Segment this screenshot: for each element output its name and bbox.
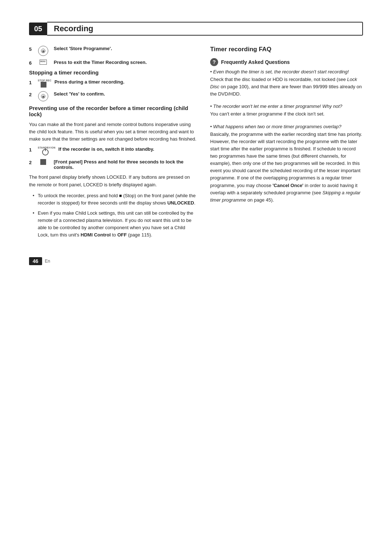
preventing-step-1-text: If the recorder is on, switch it into st… <box>58 146 154 152</box>
step-5-icon-area <box>38 46 51 56</box>
remote-icon-2 <box>38 91 48 101</box>
faq-answer-1: Check that the disc loaded or HDD is rec… <box>210 76 363 98</box>
chapter-header: 05 Recording <box>29 22 363 36</box>
page-footer: 46 En <box>29 257 363 265</box>
preventing-step-2: 2 [Front panel] Press and hold for three… <box>29 159 197 170</box>
menu-icon <box>40 60 47 65</box>
stopping-step-1: 1 STOP REC Press during a timer recordin… <box>29 79 197 88</box>
faq-answer-2: You can't enter a timer programme if the… <box>210 110 363 118</box>
stopping-step-1-icon-area: STOP REC <box>38 79 52 88</box>
faq-subtitle: Frequently Asked Questions <box>221 59 290 65</box>
faq-question-3: • What happens when two or more timer pr… <box>210 124 363 129</box>
faq-item-3: • What happens when two or more timer pr… <box>210 124 363 204</box>
preventing-step-2-icon-area <box>38 159 51 165</box>
standby-icon <box>42 149 49 155</box>
stopping-step-2-text: Select 'Yes' to confirm. <box>54 91 105 97</box>
page-lang: En <box>45 259 50 264</box>
step-6-icon-area <box>38 60 51 65</box>
left-column: 5 Select 'Store Programme'. 6 Press to e… <box>29 46 197 243</box>
faq-question-2: • The recorder won't let me enter a time… <box>210 104 363 109</box>
faq-section-title: Timer recording FAQ <box>210 46 363 53</box>
remote-icon <box>38 46 48 56</box>
frontpanel-icon <box>40 159 46 165</box>
bullet-item: Even if you make Child Lock settings, th… <box>33 210 197 239</box>
content-columns: 5 Select 'Store Programme'. 6 Press to e… <box>29 46 363 243</box>
stopping-step-1-number: 1 <box>29 80 35 85</box>
step-5: 5 Select 'Store Programme'. <box>29 46 197 56</box>
step-5-number: 5 <box>29 46 35 52</box>
stopping-step-2-number: 2 <box>29 92 35 97</box>
preventing-step-1-icon-area: STANDBY/ON <box>38 146 56 155</box>
step-6-number: 6 <box>29 60 35 66</box>
faq-item-2: • The recorder won't let me enter a time… <box>210 104 363 118</box>
faq-icon-row: ? Frequently Asked Questions <box>210 58 363 66</box>
preventing-step-2-number: 2 <box>29 160 35 165</box>
preventing-bullets: To unlock the recorder, press and hold ■… <box>29 192 197 239</box>
preventing-step-1: 1 STANDBY/ON If the recorder is on, swit… <box>29 146 197 155</box>
step-6: 6 Press to exit the Timer Recording scre… <box>29 60 197 66</box>
step-5-text: Select 'Store Programme'. <box>54 46 112 51</box>
stop-icon <box>41 82 46 88</box>
stopping-step-1-text: Press during a timer recording. <box>54 79 124 85</box>
page-number: 46 <box>29 257 42 265</box>
right-column: Timer recording FAQ ? Frequently Asked Q… <box>210 46 363 210</box>
faq-answer-3: Basically, the programme with the earlie… <box>210 131 363 204</box>
faq-question-1: • Even though the timer is set, the reco… <box>210 69 363 74</box>
faq-icon: ? <box>210 58 218 66</box>
stopping-step-2: 2 Select 'Yes' to confirm. <box>29 91 197 101</box>
preventing-step-2-text: [Front panel] Press and hold for three s… <box>54 159 197 170</box>
chapter-title: Recording <box>47 22 363 36</box>
stopping-step-2-icon-area <box>38 91 51 101</box>
chapter-number: 05 <box>29 23 47 35</box>
preventing-step-1-number: 1 <box>29 147 35 153</box>
preventing-intro: You can make all the front panel and rem… <box>29 121 197 143</box>
preventing-step2-para: The front panel display briefly shows LO… <box>29 174 197 188</box>
stopping-section-title: Stopping a timer recording <box>29 69 197 76</box>
preventing-section-title: Preventing use of the recorder before a … <box>29 105 197 117</box>
faq-item-1: • Even though the timer is set, the reco… <box>210 69 363 98</box>
step-6-text: Press to exit the Timer Recording screen… <box>54 60 147 65</box>
bullet-item: To unlock the recorder, press and hold ■… <box>33 192 197 207</box>
